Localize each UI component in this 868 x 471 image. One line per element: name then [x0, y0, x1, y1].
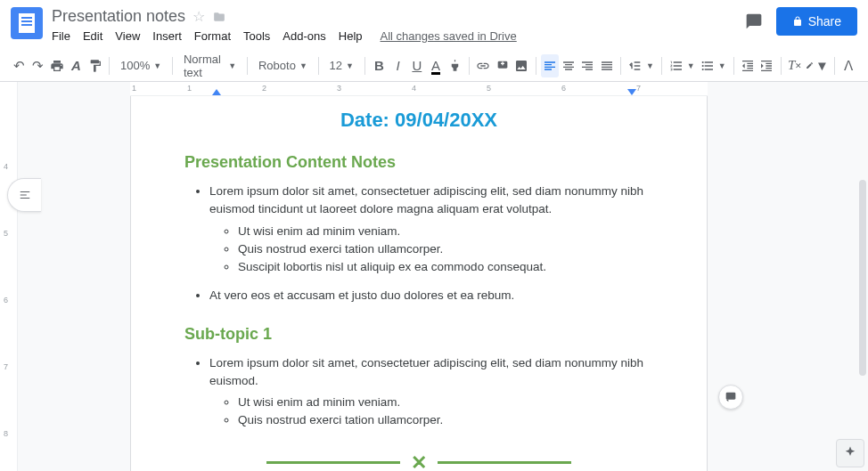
document-title[interactable]: Presentation notes — [52, 7, 185, 26]
section-heading-2: Sub-topic 1 — [184, 325, 653, 344]
add-comment-side-button[interactable] — [718, 385, 743, 410]
menu-insert[interactable]: Insert — [152, 29, 182, 43]
align-right-button[interactable] — [579, 54, 596, 77]
increase-indent-button[interactable] — [758, 54, 775, 77]
line-spacing-button[interactable]: ▼ — [626, 54, 656, 77]
outline-toggle-button[interactable] — [7, 178, 41, 212]
list-item: At vero eos et accusam et justo duo dolo… — [209, 287, 653, 305]
move-folder-icon[interactable] — [212, 11, 226, 23]
font-size-select[interactable]: 12▼ — [324, 54, 359, 77]
numbered-list-button[interactable]: ▼ — [667, 54, 697, 77]
list-item: Lorem ipsum dolor sit amet, consectetuer… — [209, 183, 653, 276]
scrollbar[interactable] — [859, 180, 866, 376]
insert-link-button[interactable] — [475, 54, 492, 77]
paint-format-button[interactable] — [86, 54, 103, 77]
toolbar: ↶ ↷ A 100%▼ Normal text▼ Roboto▼ 12▼ B I… — [0, 50, 868, 82]
editing-mode-button[interactable]: ▼ — [806, 54, 829, 77]
menu-tools[interactable]: Tools — [243, 29, 270, 43]
star-icon[interactable]: ☆ — [192, 8, 205, 25]
align-left-button[interactable] — [541, 54, 558, 77]
menu-bar: File Edit View Insert Format Tools Add-o… — [52, 29, 744, 43]
share-label: Share — [808, 14, 841, 28]
style-select[interactable]: Normal text▼ — [178, 54, 242, 77]
share-button[interactable]: Share — [776, 7, 857, 36]
titlebar: Presentation notes ☆ File Edit View Inse… — [0, 0, 868, 50]
highlight-button[interactable] — [446, 54, 463, 77]
vertical-ruler: 4 5 6 7 8 — [0, 82, 18, 471]
bullet-list-2: Lorem ipsum dolor sit amet, consectetuer… — [184, 354, 653, 430]
insert-comment-button[interactable] — [494, 54, 511, 77]
undo-button[interactable]: ↶ — [11, 54, 28, 77]
spellcheck-button[interactable]: A — [68, 54, 85, 77]
menu-format[interactable]: Format — [194, 29, 231, 43]
decrease-indent-button[interactable] — [739, 54, 756, 77]
clear-formatting-button[interactable]: T✕ — [787, 54, 804, 77]
save-status[interactable]: All changes saved in Drive — [381, 29, 517, 43]
explore-button[interactable] — [836, 439, 864, 467]
zoom-select[interactable]: 100%▼ — [115, 54, 167, 77]
list-item: Suscipit lobortis nisl ut aliquip ex ea … — [238, 258, 653, 276]
font-select[interactable]: Roboto▼ — [253, 54, 313, 77]
menu-view[interactable]: View — [115, 29, 140, 43]
bold-button[interactable]: B — [371, 54, 388, 77]
list-item: Lorem ipsum dolor sit amet, consectetuer… — [209, 354, 653, 430]
menu-edit[interactable]: Edit — [83, 29, 102, 43]
list-item: Ut wisi enim ad minim veniam. — [238, 394, 653, 411]
svg-rect-3 — [726, 393, 736, 400]
section-divider: ✕ — [184, 451, 653, 472]
svg-rect-2 — [502, 61, 503, 65]
menu-help[interactable]: Help — [339, 29, 363, 43]
underline-button[interactable]: U — [408, 54, 425, 77]
list-item: Quis nostrud exerci tation ullamcorper. — [238, 240, 653, 258]
italic-button[interactable]: I — [389, 54, 406, 77]
insert-image-button[interactable] — [512, 54, 529, 77]
bulleted-list-button[interactable]: ▼ — [699, 54, 728, 77]
list-item: Quis nostrud exerci tation ullamcorper. — [238, 411, 653, 429]
docs-logo[interactable] — [11, 7, 43, 39]
align-justify-button[interactable] — [598, 54, 615, 77]
document-page[interactable]: Date: 09/04/20XX Presentation Content No… — [130, 96, 708, 471]
bullet-list-1: Lorem ipsum dolor sit amet, consectetuer… — [184, 183, 653, 305]
date-heading: Date: 09/04/20XX — [184, 109, 653, 132]
text-color-button[interactable]: A — [427, 54, 444, 77]
print-button[interactable] — [49, 54, 66, 77]
section-heading-1: Presentation Content Notes — [184, 153, 653, 172]
comments-icon[interactable] — [744, 12, 764, 30]
workspace: 4 5 6 7 8 1 1 2 3 4 5 6 7 Date: 09/04/20… — [0, 82, 868, 471]
menu-file[interactable]: File — [52, 29, 70, 43]
horizontal-ruler[interactable]: 1 1 2 3 4 5 6 7 — [130, 82, 708, 96]
menu-addons[interactable]: Add-ons — [283, 29, 325, 43]
redo-button[interactable]: ↷ — [29, 54, 46, 77]
align-center-button[interactable] — [561, 54, 577, 77]
list-item: Ut wisi enim ad minim veniam. — [238, 223, 653, 240]
hide-menus-button[interactable]: ᐱ — [840, 54, 857, 77]
